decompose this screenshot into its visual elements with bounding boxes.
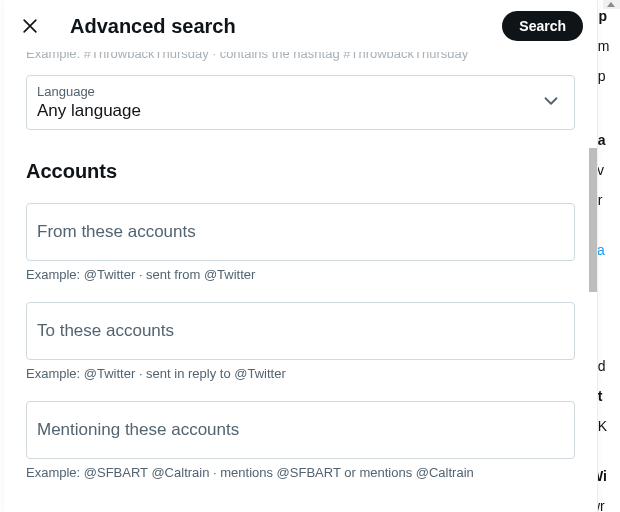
modal-title: Advanced search bbox=[70, 15, 474, 38]
from-accounts-field[interactable] bbox=[26, 203, 575, 261]
from-accounts-example: Example: @Twitter · sent from @Twitter bbox=[26, 267, 575, 282]
mentioning-accounts-example: Example: @SFBART @Caltrain · mentions @S… bbox=[26, 465, 575, 480]
scrollbar-up-arrow[interactable] bbox=[603, 0, 620, 9]
accounts-section-title: Accounts bbox=[26, 160, 575, 183]
modal-content[interactable]: Example: #ThrowbackThursday · contains t… bbox=[4, 52, 597, 512]
hashtag-example-text: Example: #ThrowbackThursday · contains t… bbox=[26, 52, 575, 61]
close-button[interactable] bbox=[18, 14, 42, 38]
to-accounts-input[interactable] bbox=[37, 321, 564, 341]
language-select[interactable]: Language Any language bbox=[26, 75, 575, 130]
from-accounts-input[interactable] bbox=[37, 222, 564, 242]
mentioning-accounts-field[interactable] bbox=[26, 401, 575, 459]
search-button[interactable]: Search bbox=[502, 11, 583, 41]
language-label: Language bbox=[37, 84, 564, 99]
advanced-search-modal: Advanced search Search Example: #Throwba… bbox=[4, 0, 598, 512]
close-icon bbox=[20, 16, 40, 36]
language-value: Any language bbox=[37, 101, 564, 121]
to-accounts-example: Example: @Twitter · sent in reply to @Tw… bbox=[26, 366, 575, 381]
chevron-down-icon bbox=[540, 90, 562, 116]
mentioning-accounts-input[interactable] bbox=[37, 420, 564, 440]
scrollbar-thumb[interactable] bbox=[589, 148, 597, 292]
modal-header: Advanced search Search bbox=[4, 0, 597, 52]
to-accounts-field[interactable] bbox=[26, 302, 575, 360]
